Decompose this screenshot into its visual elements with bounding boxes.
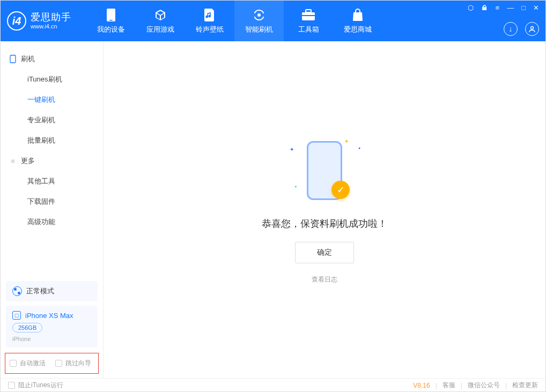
device-small-icon: ▢: [12, 311, 21, 320]
app-logo: i4 爱思助手 www.i4.cn: [7, 11, 71, 31]
tab-label: 智能刷机: [245, 25, 273, 34]
check-update-link[interactable]: 检查更新: [512, 381, 538, 390]
window-controls: ⬡ 🔒︎ ≡ ― □ ✕: [468, 4, 539, 12]
sidebar-group-more: ≡ 更多: [1, 151, 103, 171]
tab-label: 爱思商城: [344, 25, 372, 34]
wechat-link[interactable]: 微信公众号: [468, 381, 500, 390]
customer-service-link[interactable]: 客服: [442, 381, 455, 390]
tab-label: 工具箱: [298, 25, 319, 34]
tab-label: 铃声壁纸: [196, 25, 224, 34]
download-button[interactable]: ↓: [504, 22, 518, 36]
app-header: i4 爱思助手 www.i4.cn 我的设备 应用游戏 铃声壁纸 智能刷机 工具…: [1, 1, 545, 41]
svg-rect-0: [107, 9, 115, 21]
tab-label: 我的设备: [97, 25, 125, 34]
device-type: iPhone: [12, 336, 91, 342]
sidebar-item-download-firmware[interactable]: 下载固件: [1, 191, 103, 212]
svg-rect-5: [302, 15, 315, 16]
nav-tabs: 我的设备 应用游戏 铃声壁纸 智能刷机 工具箱 爱思商城: [86, 1, 382, 41]
main-content: ✦ ✦ ✦ • ✓ 恭喜您，保资料刷机成功啦！ 确定 查看日志: [104, 41, 545, 378]
success-check-icon: ✓: [331, 181, 350, 199]
sidebar-group-flash: 刷机: [1, 49, 103, 69]
device-mode-box[interactable]: 正常模式: [6, 281, 98, 301]
svg-rect-7: [10, 55, 16, 63]
toolbox-icon: [301, 8, 315, 22]
tab-toolbox[interactable]: 工具箱: [284, 1, 333, 41]
menu-icon[interactable]: ≡: [496, 4, 500, 12]
normal-mode-icon: [12, 286, 22, 296]
sparkle-icon: •: [358, 145, 360, 151]
storage-badge: 256GB: [12, 323, 42, 332]
sidebar-item-advanced[interactable]: 高级功能: [1, 212, 103, 232]
block-itunes-checkbox[interactable]: 阻止iTunes运行: [8, 381, 63, 390]
list-icon: ≡: [9, 157, 17, 165]
sparkle-icon: ✦: [290, 146, 294, 152]
svg-rect-1: [109, 20, 113, 21]
success-message: 恭喜您，保资料刷机成功啦！: [262, 217, 387, 230]
sparkle-icon: ✦: [344, 138, 349, 144]
status-bar: 阻止iTunes运行 V8.16 | 客服 | 微信公众号 | 检查更新: [1, 378, 545, 392]
minimize-button[interactable]: ―: [507, 4, 514, 12]
skip-guide-checkbox[interactable]: 跳过向导: [55, 359, 91, 368]
mode-label: 正常模式: [26, 286, 54, 296]
sidebar-item-itunes-flash[interactable]: iTunes刷机: [1, 69, 103, 90]
sidebar-item-other-tools[interactable]: 其他工具: [1, 171, 103, 191]
device-name: iPhone XS Max: [25, 312, 73, 320]
phone-icon: [9, 55, 17, 63]
app-title: 爱思助手: [31, 12, 71, 23]
svg-point-2: [257, 13, 261, 17]
sidebar-item-pro-flash[interactable]: 专业刷机: [1, 110, 103, 130]
user-button[interactable]: [525, 22, 539, 36]
group-title: 刷机: [21, 54, 35, 64]
svg-point-6: [531, 27, 534, 29]
music-file-icon: [203, 8, 217, 22]
sidebar: 刷机 iTunes刷机 一键刷机 专业刷机 批量刷机 ≡ 更多 其他工具 下载固…: [1, 41, 104, 378]
device-info-box[interactable]: ▢ iPhone XS Max 256GB iPhone: [6, 306, 98, 347]
app-subtitle: www.i4.cn: [31, 23, 71, 29]
lock-icon[interactable]: 🔒︎: [481, 4, 488, 12]
tab-ringtones-wallpapers[interactable]: 铃声壁纸: [185, 1, 234, 41]
options-highlight-box: 自动激活 跳过向导: [5, 353, 99, 374]
tab-label: 应用游戏: [146, 25, 174, 34]
sidebar-item-batch-flash[interactable]: 批量刷机: [1, 130, 103, 151]
svg-rect-4: [306, 10, 311, 12]
cube-icon: [153, 8, 167, 22]
tab-apps-games[interactable]: 应用游戏: [136, 1, 185, 41]
sparkle-icon: ✦: [294, 184, 298, 189]
maximize-button[interactable]: □: [521, 4, 526, 12]
tab-store[interactable]: 爱思商城: [333, 1, 382, 41]
tshirt-icon[interactable]: ⬡: [468, 4, 474, 12]
version-label: V8.16: [413, 382, 430, 389]
device-icon: [104, 8, 118, 22]
svg-rect-3: [302, 12, 315, 20]
refresh-shield-icon: [252, 8, 266, 22]
success-illustration: ✦ ✦ ✦ • ✓: [284, 136, 365, 205]
logo-icon: i4: [7, 11, 26, 31]
sidebar-item-oneclick-flash[interactable]: 一键刷机: [1, 90, 103, 110]
confirm-button[interactable]: 确定: [295, 242, 354, 263]
close-button[interactable]: ✕: [533, 4, 539, 12]
auto-activate-checkbox[interactable]: 自动激活: [10, 359, 46, 368]
tab-smart-flash[interactable]: 智能刷机: [234, 1, 284, 41]
group-title: 更多: [21, 156, 35, 166]
bag-icon: [351, 8, 365, 22]
view-log-link[interactable]: 查看日志: [312, 275, 337, 284]
tab-my-device[interactable]: 我的设备: [86, 1, 136, 41]
